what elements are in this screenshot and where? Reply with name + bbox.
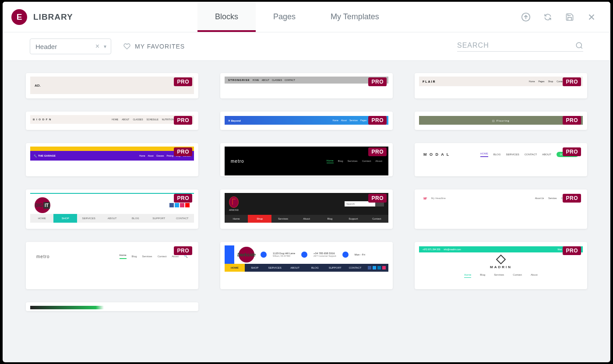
pro-badge: PRO [174, 246, 192, 255]
tab-blocks[interactable]: Blocks [197, 2, 256, 32]
template-card[interactable]: PRO Darkside 1123 Dog Hill LaneWilson, K… [220, 242, 393, 289]
library-modal: E LIBRARY Blocks Pages My Templates Head… [3, 2, 610, 362]
pro-badge: PRO [368, 147, 387, 156]
pro-badge: PRO [563, 116, 581, 125]
template-card[interactable]: PRO STRONGRISE HOME ABOUT CLASSES CONTAC… [220, 73, 393, 98]
template-preview: metro Home Blog Services Contact About 🔍 [26, 242, 198, 273]
pro-badge: PRO [563, 147, 581, 156]
pro-badge: PRO [368, 116, 387, 125]
template-card[interactable]: PRO ◫ Flooring [415, 112, 587, 130]
pro-badge: PRO [174, 77, 192, 86]
template-card[interactable]: PRO FLAIR HomePagesShopContact BOOK [415, 73, 587, 98]
pro-badge: PRO [563, 194, 581, 203]
template-preview: STRONGRISE HOME ABOUT CLASSES CONTACT [220, 73, 393, 86]
template-preview: ✕ Beyond Home About Services Pages News … [220, 112, 393, 130]
templates-grid: PRO AD.≡ PRO STRONGRISE HOME ABOUT CLASS… [24, 73, 589, 311]
pro-badge: PRO [174, 147, 192, 156]
template-preview: +972 871 294 355 info@madrin.com Mon - F… [415, 242, 587, 289]
template-card[interactable]: PRO ✕ Beyond Home About Services Pages N… [220, 112, 393, 130]
pro-badge: PRO [368, 194, 387, 203]
header-actions [521, 12, 602, 22]
template-preview: W My Headline About Us Services Contact … [415, 189, 587, 210]
template-card[interactable]: PRO M O D A L HOME BLOG SERVICES CONTACT… [415, 143, 587, 176]
filter-bar: Header × ▼ MY FAVORITES [3, 32, 610, 61]
template-preview: AD.≡ [26, 73, 198, 98]
pro-badge: PRO [174, 194, 192, 203]
search-icon [575, 42, 583, 49]
svg-point-1 [576, 42, 581, 48]
upload-icon[interactable] [521, 12, 531, 22]
template-preview: ARMOND Home Shop Services About Blog Sup… [220, 189, 393, 227]
template-card[interactable]: PRO metro Home Blog Services Contact Abo… [220, 143, 393, 176]
pro-badge: PRO [368, 77, 387, 86]
templates-scroll[interactable]: PRO AD.≡ PRO STRONGRISE HOME ABOUT CLASS… [3, 61, 610, 362]
svg-line-2 [581, 47, 582, 48]
favorites-label: MY FAVORITES [135, 43, 185, 50]
category-clear-icon[interactable]: × [93, 42, 102, 50]
template-preview: 🔧 THE GARAGE Home About Classes Pricing … [26, 143, 198, 165]
template-card[interactable] [26, 302, 198, 311]
template-preview: ◫ Flooring [415, 112, 587, 130]
template-card[interactable]: PRO metro Home Blog Services Contact Abo… [26, 242, 198, 289]
pro-badge: PRO [563, 246, 581, 255]
template-card[interactable]: PRO B I O D F N HOME ABOUT CLASSES SCHED… [26, 112, 198, 130]
template-preview: metro Home Blog Services Contact About [220, 143, 393, 176]
my-favorites-toggle[interactable]: MY FAVORITES [123, 43, 185, 50]
modal-title: LIBRARY [33, 12, 73, 22]
template-preview: FLAIR HomePagesShopContact BOOK [415, 73, 587, 86]
elementor-logo: E [11, 9, 27, 25]
close-icon[interactable] [587, 12, 596, 22]
template-card[interactable]: PRO DIGIT HOME SHOP SERVICES ABOUT [26, 189, 198, 229]
template-card[interactable]: PRO 🔧 THE GARAGE Home About Classes Pric… [26, 143, 198, 176]
template-card[interactable]: PRO +972 871 294 355 info@madrin.com Mon… [415, 242, 587, 289]
chevron-down-icon[interactable]: ▼ [102, 44, 107, 49]
modal-header: E LIBRARY Blocks Pages My Templates [3, 2, 610, 32]
save-icon[interactable] [565, 12, 574, 22]
template-card[interactable]: PRO AD.≡ [26, 73, 198, 98]
tab-pages[interactable]: Pages [256, 2, 313, 32]
tab-my-templates[interactable]: My Templates [313, 2, 397, 32]
template-preview: M O D A L HOME BLOG SERVICES CONTACT ABO… [415, 143, 587, 167]
heart-icon [123, 43, 130, 50]
tabs: Blocks Pages My Templates [197, 2, 397, 32]
category-select[interactable]: Header × ▼ [30, 38, 111, 54]
template-preview [26, 302, 198, 311]
template-card[interactable]: PRO ARMOND Home Shop Services About Blog… [220, 189, 393, 229]
template-preview: Darkside 1123 Dog Hill LaneWilson, KS 67… [220, 242, 393, 276]
search-input[interactable] [457, 42, 575, 49]
template-card[interactable]: PRO W My Headline About Us Services Cont… [415, 189, 587, 229]
pro-badge: PRO [563, 77, 581, 86]
pro-badge: PRO [174, 116, 192, 125]
template-preview: DIGIT HOME SHOP SERVICES ABOUT BLOG SUPP… [26, 189, 198, 229]
category-value: Header [35, 43, 93, 50]
template-preview: B I O D F N HOME ABOUT CLASSES SCHEDULE … [26, 112, 198, 125]
sync-icon[interactable] [543, 12, 553, 22]
search-wrap [457, 42, 583, 52]
logo-wrap: E LIBRARY [11, 9, 73, 25]
